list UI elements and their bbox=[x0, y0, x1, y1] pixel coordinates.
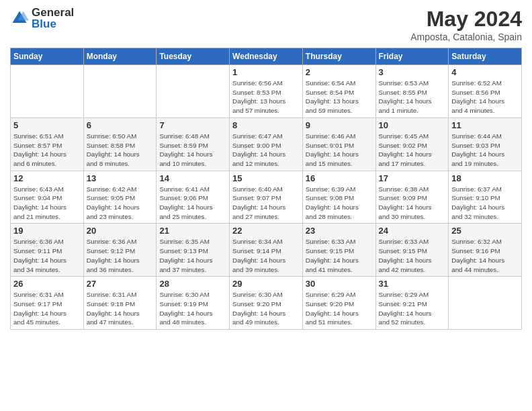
weekday-header-cell: Friday bbox=[375, 48, 449, 65]
calendar-week-row: 5Sunrise: 6:51 AMSunset: 8:57 PMDaylight… bbox=[11, 118, 522, 171]
day-number: 30 bbox=[306, 279, 373, 289]
calendar-week-row: 19Sunrise: 6:36 AMSunset: 9:11 PMDayligh… bbox=[11, 224, 522, 277]
day-info: Sunrise: 6:35 AMSunset: 9:13 PMDaylight:… bbox=[159, 237, 226, 274]
day-info: Sunrise: 6:40 AMSunset: 9:07 PMDaylight:… bbox=[232, 185, 300, 222]
day-info: Sunrise: 6:29 AMSunset: 9:21 PMDaylight:… bbox=[379, 290, 446, 327]
calendar-cell: 15Sunrise: 6:40 AMSunset: 9:07 PMDayligh… bbox=[230, 171, 303, 224]
day-info: Sunrise: 6:30 AMSunset: 9:20 PMDaylight:… bbox=[232, 290, 300, 327]
day-info: Sunrise: 6:45 AMSunset: 9:02 PMDaylight:… bbox=[379, 132, 446, 169]
day-info: Sunrise: 6:53 AMSunset: 8:55 PMDaylight:… bbox=[379, 79, 446, 116]
calendar-body: 1Sunrise: 6:56 AMSunset: 8:53 PMDaylight… bbox=[11, 65, 522, 330]
page-header: General Blue May 2024 Amposta, Catalonia… bbox=[10, 7, 522, 42]
day-number: 20 bbox=[87, 226, 154, 236]
calendar-cell bbox=[157, 65, 230, 118]
calendar-table: SundayMondayTuesdayWednesdayThursdayFrid… bbox=[10, 48, 522, 330]
calendar-cell: 21Sunrise: 6:35 AMSunset: 9:13 PMDayligh… bbox=[157, 224, 230, 277]
calendar-cell: 25Sunrise: 6:32 AMSunset: 9:16 PMDayligh… bbox=[449, 224, 522, 277]
calendar-cell: 4Sunrise: 6:52 AMSunset: 8:56 PMDaylight… bbox=[449, 65, 522, 118]
calendar-week-row: 1Sunrise: 6:56 AMSunset: 8:53 PMDaylight… bbox=[11, 65, 522, 118]
calendar-cell: 11Sunrise: 6:44 AMSunset: 9:03 PMDayligh… bbox=[449, 118, 522, 171]
day-number: 1 bbox=[232, 67, 300, 77]
day-number: 16 bbox=[306, 173, 373, 183]
day-number: 22 bbox=[232, 226, 300, 236]
calendar-cell: 2Sunrise: 6:54 AMSunset: 8:54 PMDaylight… bbox=[302, 65, 375, 118]
calendar-cell: 30Sunrise: 6:29 AMSunset: 9:20 PMDayligh… bbox=[302, 277, 375, 330]
day-info: Sunrise: 6:54 AMSunset: 8:54 PMDaylight:… bbox=[306, 79, 373, 116]
weekday-header-cell: Thursday bbox=[302, 48, 375, 65]
weekday-header-row: SundayMondayTuesdayWednesdayThursdayFrid… bbox=[11, 48, 522, 65]
day-number: 18 bbox=[451, 173, 519, 183]
day-number: 3 bbox=[379, 67, 446, 77]
day-number: 17 bbox=[379, 173, 446, 183]
day-number: 12 bbox=[13, 173, 81, 183]
calendar-cell: 5Sunrise: 6:51 AMSunset: 8:57 PMDaylight… bbox=[11, 118, 84, 171]
calendar-cell: 20Sunrise: 6:36 AMSunset: 9:12 PMDayligh… bbox=[83, 224, 157, 277]
day-number: 6 bbox=[87, 120, 154, 130]
day-number: 11 bbox=[451, 120, 519, 130]
calendar-cell: 16Sunrise: 6:39 AMSunset: 9:08 PMDayligh… bbox=[302, 171, 375, 224]
calendar-cell: 10Sunrise: 6:45 AMSunset: 9:02 PMDayligh… bbox=[375, 118, 449, 171]
day-info: Sunrise: 6:33 AMSunset: 9:15 PMDaylight:… bbox=[379, 237, 446, 274]
calendar-cell: 31Sunrise: 6:29 AMSunset: 9:21 PMDayligh… bbox=[375, 277, 449, 330]
day-info: Sunrise: 6:30 AMSunset: 9:19 PMDaylight:… bbox=[159, 290, 226, 327]
day-number: 29 bbox=[232, 279, 300, 289]
day-number: 31 bbox=[379, 279, 446, 289]
day-info: Sunrise: 6:48 AMSunset: 8:59 PMDaylight:… bbox=[159, 132, 226, 169]
calendar-cell bbox=[11, 65, 84, 118]
day-info: Sunrise: 6:32 AMSunset: 9:16 PMDaylight:… bbox=[451, 237, 519, 274]
day-number: 26 bbox=[13, 279, 81, 289]
day-number: 24 bbox=[379, 226, 446, 236]
day-number: 25 bbox=[451, 226, 519, 236]
day-number: 23 bbox=[306, 226, 373, 236]
calendar-cell bbox=[83, 65, 157, 118]
calendar-cell: 19Sunrise: 6:36 AMSunset: 9:11 PMDayligh… bbox=[11, 224, 84, 277]
calendar-cell: 17Sunrise: 6:38 AMSunset: 9:09 PMDayligh… bbox=[375, 171, 449, 224]
day-number: 21 bbox=[159, 226, 226, 236]
location-subtitle: Amposta, Catalonia, Spain bbox=[410, 32, 522, 42]
calendar-cell: 27Sunrise: 6:31 AMSunset: 9:18 PMDayligh… bbox=[83, 277, 157, 330]
calendar-cell: 14Sunrise: 6:41 AMSunset: 9:06 PMDayligh… bbox=[157, 171, 230, 224]
weekday-header-cell: Monday bbox=[83, 48, 157, 65]
logo-text: General Blue bbox=[32, 7, 74, 30]
day-number: 7 bbox=[159, 120, 226, 130]
day-info: Sunrise: 6:51 AMSunset: 8:57 PMDaylight:… bbox=[13, 132, 81, 169]
day-info: Sunrise: 6:44 AMSunset: 9:03 PMDaylight:… bbox=[451, 132, 519, 169]
day-info: Sunrise: 6:37 AMSunset: 9:10 PMDaylight:… bbox=[451, 185, 519, 222]
day-info: Sunrise: 6:31 AMSunset: 9:18 PMDaylight:… bbox=[87, 290, 154, 327]
calendar-cell: 12Sunrise: 6:43 AMSunset: 9:04 PMDayligh… bbox=[11, 171, 84, 224]
weekday-header-cell: Saturday bbox=[449, 48, 522, 65]
day-number: 9 bbox=[306, 120, 373, 130]
day-info: Sunrise: 6:36 AMSunset: 9:11 PMDaylight:… bbox=[13, 237, 81, 274]
calendar-cell: 28Sunrise: 6:30 AMSunset: 9:19 PMDayligh… bbox=[157, 277, 230, 330]
calendar-cell bbox=[449, 277, 522, 330]
calendar-cell: 3Sunrise: 6:53 AMSunset: 8:55 PMDaylight… bbox=[375, 65, 449, 118]
logo: General Blue bbox=[10, 7, 74, 30]
calendar-cell: 13Sunrise: 6:42 AMSunset: 9:05 PMDayligh… bbox=[83, 171, 157, 224]
day-info: Sunrise: 6:36 AMSunset: 9:12 PMDaylight:… bbox=[87, 237, 154, 274]
weekday-header-cell: Tuesday bbox=[157, 48, 230, 65]
day-number: 2 bbox=[306, 67, 373, 77]
calendar-cell: 9Sunrise: 6:46 AMSunset: 9:01 PMDaylight… bbox=[302, 118, 375, 171]
day-info: Sunrise: 6:39 AMSunset: 9:08 PMDaylight:… bbox=[306, 185, 373, 222]
calendar-cell: 1Sunrise: 6:56 AMSunset: 8:53 PMDaylight… bbox=[230, 65, 303, 118]
calendar-cell: 24Sunrise: 6:33 AMSunset: 9:15 PMDayligh… bbox=[375, 224, 449, 277]
logo-general-text: General bbox=[32, 7, 74, 18]
day-info: Sunrise: 6:47 AMSunset: 9:00 PMDaylight:… bbox=[232, 132, 300, 169]
day-number: 10 bbox=[379, 120, 446, 130]
day-number: 8 bbox=[232, 120, 300, 130]
day-info: Sunrise: 6:31 AMSunset: 9:17 PMDaylight:… bbox=[13, 290, 81, 327]
day-info: Sunrise: 6:50 AMSunset: 8:58 PMDaylight:… bbox=[87, 132, 154, 169]
day-info: Sunrise: 6:41 AMSunset: 9:06 PMDaylight:… bbox=[159, 185, 226, 222]
day-number: 14 bbox=[159, 173, 226, 183]
day-info: Sunrise: 6:38 AMSunset: 9:09 PMDaylight:… bbox=[379, 185, 446, 222]
calendar-cell: 29Sunrise: 6:30 AMSunset: 9:20 PMDayligh… bbox=[230, 277, 303, 330]
calendar-cell: 26Sunrise: 6:31 AMSunset: 9:17 PMDayligh… bbox=[11, 277, 84, 330]
title-block: May 2024 Amposta, Catalonia, Spain bbox=[410, 7, 522, 42]
weekday-header-cell: Wednesday bbox=[230, 48, 303, 65]
month-year-title: May 2024 bbox=[410, 7, 522, 32]
logo-icon bbox=[10, 9, 29, 28]
calendar-week-row: 26Sunrise: 6:31 AMSunset: 9:17 PMDayligh… bbox=[11, 277, 522, 330]
calendar-cell: 8Sunrise: 6:47 AMSunset: 9:00 PMDaylight… bbox=[230, 118, 303, 171]
day-number: 13 bbox=[87, 173, 154, 183]
day-info: Sunrise: 6:52 AMSunset: 8:56 PMDaylight:… bbox=[451, 79, 519, 116]
